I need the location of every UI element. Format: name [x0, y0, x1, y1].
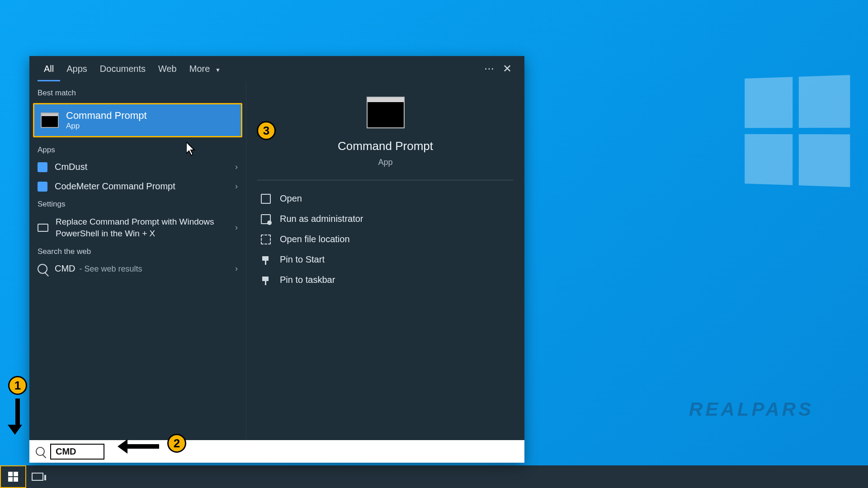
chevron-down-icon: ▼ — [215, 67, 221, 73]
annotation-badge-1: 1 — [8, 376, 27, 395]
best-match-title: Command Prompt — [66, 110, 147, 122]
chevron-right-icon: › — [235, 182, 238, 191]
app-result-codemeter[interactable]: CodeMeter Command Prompt › — [29, 177, 246, 196]
tab-documents[interactable]: Documents — [94, 56, 152, 81]
windows-logo-wallpaper — [745, 75, 850, 187]
section-search-web: Search the web — [29, 244, 246, 259]
watermark-text: REALPARS — [689, 399, 814, 420]
folder-icon — [261, 235, 271, 244]
app-icon — [38, 182, 47, 192]
section-apps: Apps — [29, 142, 246, 157]
tab-more-label: More — [189, 64, 210, 74]
search-icon — [38, 264, 47, 274]
start-button[interactable] — [0, 465, 26, 488]
settings-result-label: Replace Command Prompt with Windows Powe… — [56, 216, 223, 239]
chevron-right-icon: › — [235, 162, 238, 172]
settings-entry-icon — [38, 224, 48, 232]
app-result-label: CmDust — [55, 162, 87, 172]
preview-actions: Open Run as administrator Open file loca… — [257, 180, 514, 290]
action-label: Pin to taskbar — [280, 275, 335, 285]
action-open[interactable]: Open — [257, 188, 514, 209]
pin-icon — [261, 275, 271, 285]
app-icon — [38, 162, 47, 172]
best-match-result[interactable]: Command Prompt App — [33, 103, 242, 137]
svg-marker-0 — [186, 142, 194, 155]
action-pin-start[interactable]: Pin to Start — [257, 249, 514, 270]
web-result-suffix: - See web results — [77, 264, 142, 273]
preview-column: Command Prompt App Open Run as administr… — [246, 81, 524, 440]
more-options-button[interactable]: ⋯ — [480, 60, 498, 78]
pin-icon — [261, 255, 271, 265]
preview-subtitle: App — [378, 158, 392, 167]
search-icon — [36, 447, 45, 456]
open-icon — [261, 194, 271, 204]
action-run-as-admin[interactable]: Run as administrator — [257, 209, 514, 229]
tab-web[interactable]: Web — [152, 56, 183, 81]
action-pin-taskbar[interactable]: Pin to taskbar — [257, 270, 514, 290]
web-result[interactable]: CMD - See web results › — [29, 259, 246, 278]
app-result-label: CodeMeter Command Prompt — [55, 181, 175, 192]
close-icon: ✕ — [503, 62, 512, 75]
section-settings: Settings — [29, 196, 246, 211]
section-best-match: Best match — [29, 85, 246, 100]
command-prompt-icon — [367, 97, 405, 128]
ellipsis-icon: ⋯ — [484, 63, 494, 75]
chevron-right-icon: › — [235, 264, 238, 273]
action-open-location[interactable]: Open file location — [257, 229, 514, 249]
tab-apps[interactable]: Apps — [60, 56, 94, 81]
windows-icon — [8, 472, 18, 482]
tab-all[interactable]: All — [38, 56, 60, 81]
chevron-right-icon: › — [235, 223, 238, 232]
tab-more[interactable]: More ▼ — [183, 56, 227, 81]
annotation-arrow-2 — [118, 439, 159, 454]
settings-result[interactable]: Replace Command Prompt with Windows Powe… — [29, 211, 246, 244]
preview-title: Command Prompt — [338, 139, 433, 153]
close-button[interactable]: ✕ — [498, 60, 516, 78]
app-result-cmdust[interactable]: CmDust › — [29, 157, 246, 177]
search-tabs: All Apps Documents Web More ▼ ⋯ ✕ — [29, 56, 524, 81]
task-view-button[interactable] — [26, 465, 49, 488]
annotation-arrow-1 — [13, 399, 22, 435]
admin-icon — [261, 214, 271, 224]
annotation-badge-3: 3 — [257, 121, 276, 140]
action-label: Run as administrator — [280, 214, 363, 224]
action-label: Pin to Start — [280, 254, 325, 265]
search-bar[interactable]: CMD — [29, 440, 524, 463]
annotation-badge-2: 2 — [167, 434, 186, 453]
search-input[interactable]: CMD — [50, 444, 104, 460]
web-result-term: CMD — [55, 263, 75, 273]
taskbar — [0, 465, 868, 488]
action-label: Open — [280, 193, 302, 204]
best-match-subtitle: App — [66, 122, 147, 131]
action-label: Open file location — [280, 234, 350, 244]
task-view-icon — [32, 473, 43, 481]
start-search-panel: All Apps Documents Web More ▼ ⋯ ✕ Best m… — [29, 56, 524, 463]
command-prompt-icon — [41, 113, 59, 128]
results-column: Best match Command Prompt App Apps CmDus… — [29, 81, 246, 440]
